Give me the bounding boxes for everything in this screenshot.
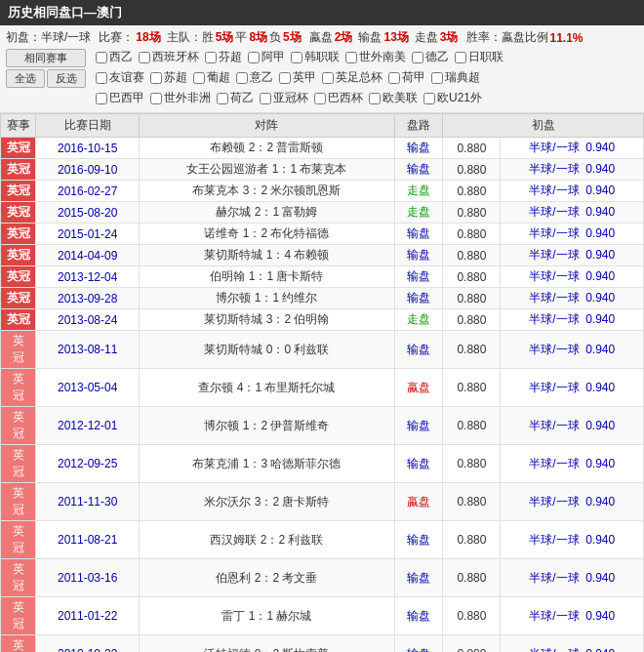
- cb-yakuan[interactable]: 亚冠杯: [260, 90, 308, 106]
- cell-handicap: 半球/一球 0.940: [501, 597, 644, 635]
- cell-tag: 走盘: [394, 309, 443, 331]
- cell-odds: 0.880: [443, 138, 501, 159]
- lost-val: 13场: [383, 29, 408, 46]
- cell-match: 赫尔城 2：1 富勒姆: [140, 202, 394, 224]
- cell-league: 英冠: [1, 138, 36, 159]
- cb-ouu21[interactable]: 欧U21外: [423, 90, 482, 106]
- cell-tag: 输盘: [394, 288, 443, 309]
- home-draw-label: 平: [235, 29, 247, 46]
- cb-rihuan[interactable]: 日职联: [455, 49, 503, 65]
- cb-puchao[interactable]: 葡超: [193, 69, 230, 86]
- cb-youyi[interactable]: 友谊赛: [96, 69, 144, 86]
- all-btn[interactable]: 全选: [6, 69, 45, 88]
- cb-deyi[interactable]: 德乙: [412, 49, 449, 65]
- cell-handicap: 半球/一球 0.940: [501, 138, 644, 159]
- rate-label: 胜率：蠃盘比例: [466, 29, 548, 46]
- col-date: 比赛日期: [36, 114, 140, 138]
- cell-odds: 0.880: [443, 483, 501, 521]
- cell-odds: 0.880: [443, 521, 501, 559]
- cell-tag: 输盘: [394, 245, 443, 266]
- cell-odds: 0.880: [443, 202, 501, 224]
- table-row: 英 冠 2013-08-11 莱切斯特城 0：0 利兹联 输盘 0.880 半球…: [1, 331, 644, 369]
- col-chuban: 初盘: [443, 114, 644, 138]
- cell-date: 2013-09-28: [36, 288, 140, 309]
- cell-league: 英 冠: [1, 483, 36, 521]
- cell-odds: 0.880: [443, 245, 501, 266]
- cb-yiyi[interactable]: 意乙: [236, 69, 273, 86]
- cell-handicap: 半球/一球 0.940: [501, 288, 644, 309]
- cell-date: 2013-08-11: [36, 331, 140, 369]
- cell-league: 英 冠: [1, 521, 36, 559]
- covered-val: 2场: [335, 29, 353, 46]
- cell-handicap: 半球/一球 0.940: [501, 559, 644, 597]
- invert-btn[interactable]: 反选: [47, 69, 86, 88]
- cb-baxibei[interactable]: 巴西杯: [314, 90, 363, 106]
- cb-hanzhi[interactable]: 韩职联: [291, 49, 340, 65]
- cell-date: 2010-10-23: [36, 635, 140, 653]
- cb-xibanyabei[interactable]: 西班牙杯: [139, 49, 199, 65]
- table-row: 英冠 2013-09-28 博尔顿 1：1 约维尔 输盘 0.880 半球/一球…: [1, 288, 644, 309]
- cell-handicap: 半球/一球 0.940: [501, 266, 644, 288]
- cb-fenchao[interactable]: 芬超: [205, 49, 242, 65]
- checkbox-row-2: 友谊赛 苏超 葡超 意乙 英甲 英足总杯 荷甲 瑞典超: [96, 69, 503, 86]
- cell-league: 英冠: [1, 309, 36, 331]
- cell-match: 布莱克浦 1：3 哈德斯菲尔德: [140, 445, 394, 483]
- cell-league: 英 冠: [1, 407, 36, 445]
- cell-date: 2013-05-04: [36, 369, 140, 407]
- walk-val: 3场: [440, 29, 459, 46]
- table-row: 英 冠 2013-05-04 查尔顿 4：1 布里斯托尔城 蠃盘 0.880 半…: [1, 369, 644, 407]
- cell-league: 英冠: [1, 224, 36, 245]
- cell-handicap: 半球/一球 0.940: [501, 635, 644, 653]
- cell-league: 英冠: [1, 181, 36, 202]
- cell-match: 莱切斯特城 3：2 伯明翰: [140, 309, 394, 331]
- cell-date: 2014-04-09: [36, 245, 140, 266]
- cb-shiwaifeizhou[interactable]: 世外非洲: [150, 90, 211, 106]
- cell-match: 布莱克本 3：2 米尔顿凯恩斯: [140, 181, 394, 202]
- cell-tag: 输盘: [394, 445, 443, 483]
- cb-shinanmei[interactable]: 世外南美: [345, 49, 406, 65]
- cell-date: 2011-01-22: [36, 597, 140, 635]
- cell-odds: 0.880: [443, 288, 501, 309]
- cell-odds: 0.880: [443, 159, 501, 181]
- cell-handicap: 半球/一球 0.940: [501, 159, 644, 181]
- table-header-row: 赛事 比赛日期 对阵 盘路 初盘: [1, 114, 644, 138]
- cb-oumeilian[interactable]: 欧美联: [369, 90, 418, 106]
- cell-tag: 输盘: [394, 559, 443, 597]
- cell-odds: 0.880: [443, 331, 501, 369]
- cell-tag: 输盘: [394, 407, 443, 445]
- cell-odds: 0.880: [443, 224, 501, 245]
- table-row: 英冠 2016-02-27 布莱克本 3：2 米尔顿凯恩斯 走盘 0.880 半…: [1, 181, 644, 202]
- cell-league: 英 冠: [1, 445, 36, 483]
- cell-league: 英 冠: [1, 635, 36, 653]
- cell-handicap: 半球/一球 0.940: [501, 331, 644, 369]
- cb-yingzubei[interactable]: 英足总杯: [322, 69, 382, 86]
- cell-match: 伯恩利 2：2 考文垂: [140, 559, 394, 597]
- cell-handicap: 半球/一球 0.940: [501, 224, 644, 245]
- cell-handicap: 半球/一球 0.940: [501, 202, 644, 224]
- cell-handicap: 半球/一球 0.940: [501, 407, 644, 445]
- stats-label: 比赛：: [99, 29, 134, 46]
- cb-hejia[interactable]: 荷甲: [388, 69, 425, 86]
- cb-xiyi[interactable]: 西乙: [96, 49, 133, 65]
- table-row: 英冠 2013-08-24 莱切斯特城 3：2 伯明翰 走盘 0.880 半球/…: [1, 309, 644, 331]
- cb-baxijia[interactable]: 巴西甲: [96, 90, 144, 106]
- page-title: 历史相同盘口—澳门: [8, 5, 122, 20]
- cell-handicap: 半球/一球 0.940: [501, 181, 644, 202]
- cb-suchao[interactable]: 苏超: [150, 69, 187, 86]
- covered-label: 蠃盘: [309, 29, 333, 46]
- cb-ajia[interactable]: 阿甲: [248, 49, 285, 65]
- cell-handicap: 半球/一球 0.940: [501, 521, 644, 559]
- home-lose-label: 负: [269, 29, 281, 46]
- cb-ruidianchao[interactable]: 瑞典超: [431, 69, 480, 86]
- home-lose-val: 5场: [283, 29, 302, 46]
- cell-match: 女王公园巡游者 1：1 布莱克本: [140, 159, 394, 181]
- cell-match: 布赖顿 2：2 普雷斯顿: [140, 138, 394, 159]
- cb-yingjia[interactable]: 英甲: [279, 69, 316, 86]
- cell-date: 2011-11-30: [36, 483, 140, 521]
- cell-date: 2013-08-24: [36, 309, 140, 331]
- col-match: 对阵: [140, 114, 394, 138]
- cb-heyi[interactable]: 荷乙: [217, 90, 254, 106]
- similar-matches-btn[interactable]: 相同赛事: [6, 49, 86, 67]
- cell-match: 米尔沃尔 3：2 唐卡斯特: [140, 483, 394, 521]
- title-bar: 历史相同盘口—澳门: [0, 0, 644, 25]
